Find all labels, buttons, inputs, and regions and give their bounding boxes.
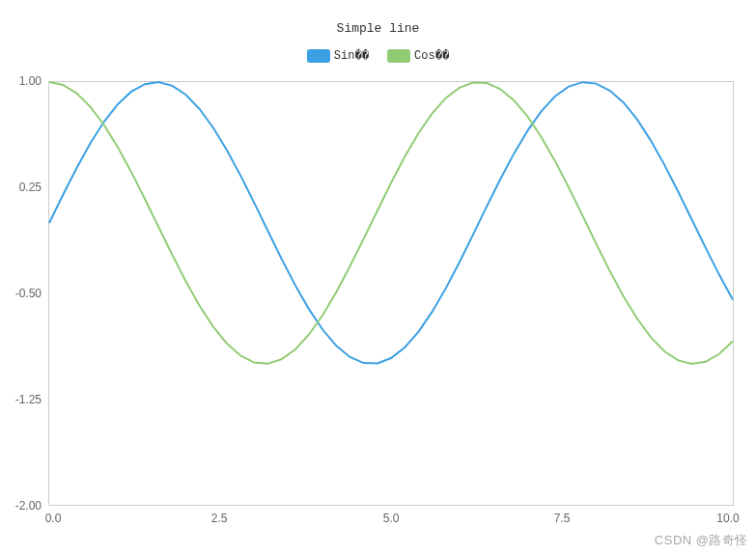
legend-label-cos: Cos�� [414, 48, 449, 63]
x-tick-0: 0.0 [45, 512, 62, 525]
legend-marker-cos [387, 49, 410, 63]
chart-svg [49, 82, 733, 505]
y-tick-2: -0.50 [0, 287, 42, 300]
legend-marker-sin [307, 49, 330, 63]
chart-title: Simple line [0, 21, 756, 36]
watermark-text: CSDN @路奇怪 [655, 532, 748, 549]
plot-area[interactable] [48, 81, 734, 506]
y-tick-4: -2.00 [0, 499, 42, 513]
y-tick-3: -1.25 [0, 393, 42, 406]
legend-label-sin: Sin�� [334, 48, 369, 63]
x-tick-1: 2.5 [211, 512, 228, 525]
chart-legend: Sin�� Cos�� [0, 48, 756, 67]
x-tick-2: 5.0 [383, 512, 400, 525]
y-tick-0: 1.00 [0, 74, 42, 88]
line-sin[interactable] [49, 82, 733, 363]
x-tick-3: 7.5 [554, 512, 571, 525]
chart-container: Simple line Sin�� Cos�� 1.00 0.25 -0.50 … [0, 0, 756, 555]
legend-item-sin[interactable]: Sin�� [307, 48, 369, 63]
line-cos[interactable] [49, 82, 733, 364]
legend-item-cos[interactable]: Cos�� [387, 48, 449, 63]
y-tick-1: 0.25 [0, 180, 42, 194]
x-tick-4: 10.0 [716, 512, 739, 525]
